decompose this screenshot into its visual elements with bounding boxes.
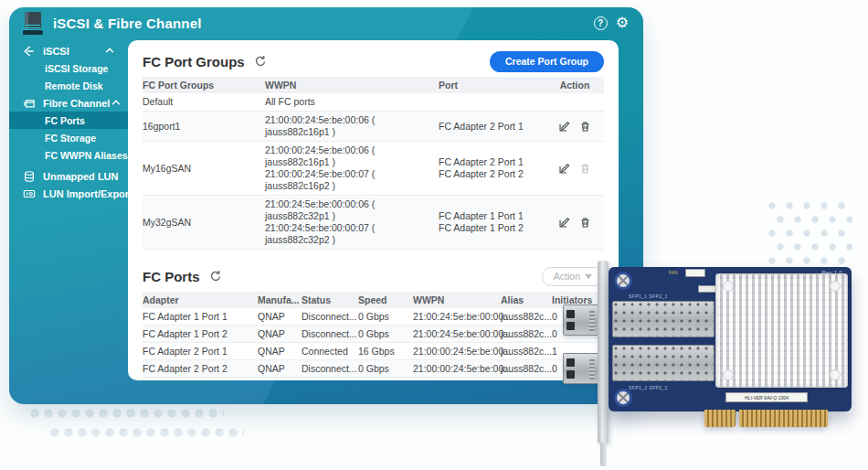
- pcie-gold-fingers: [704, 410, 736, 427]
- sidebar-item-iscsi[interactable]: iSCSI: [9, 42, 128, 59]
- port-groups-table-header: FC Port Groups WWPN Port Action: [143, 77, 604, 93]
- sfp-silkscreen-top: SFP1_1 SFP2_1: [629, 294, 668, 299]
- fc-ports-table: Adapter Manufa... Status Speed WWPN Alia…: [143, 292, 604, 378]
- sidebar-item-remote-disk[interactable]: Remote Disk: [9, 77, 128, 94]
- help-icon[interactable]: ?: [594, 16, 608, 30]
- port-groups-title: FC Port Groups: [143, 54, 245, 69]
- chevron-up-icon[interactable]: [110, 100, 122, 106]
- fan-silkscreen: FAN: [669, 270, 678, 275]
- sfp-cage: [612, 301, 715, 337]
- port-groups-table: FC Port Groups WWPN Port Action Default …: [143, 77, 604, 250]
- sfp-cage: [612, 345, 715, 381]
- fc-ports-table-header: Adapter Manufa... Status Speed WWPN Alia…: [143, 292, 604, 308]
- screenshot-canvas: iSCSI & Fibre Channel ? ⚙ iSCSI iSCSI St…: [0, 0, 868, 470]
- table-row[interactable]: FC Adapter 2 Port 1 QNAP Connected 16 Gb…: [143, 343, 604, 360]
- edit-icon[interactable]: [558, 217, 570, 229]
- sidebar-item-lun-import-export[interactable]: LUN Import/Export: [9, 185, 128, 202]
- unmapped-lun-icon: [23, 170, 36, 183]
- sidebar-item-fibre-channel[interactable]: Fibre Channel: [9, 94, 128, 112]
- table-row[interactable]: Default All FC ports: [143, 93, 604, 112]
- iscsi-icon: [23, 45, 36, 58]
- screw: [614, 272, 632, 290]
- gear-icon[interactable]: ⚙: [616, 16, 629, 30]
- serial-barcode-label: HLI-VER 9AV-Q 1904: [725, 392, 808, 402]
- fc-ports-header: FC Ports Action: [143, 261, 604, 292]
- table-row[interactable]: FC Adapter 1 Port 1 QNAP Disconnect... 0…: [143, 308, 604, 326]
- refresh-icon[interactable]: [209, 270, 222, 283]
- heatsink: [715, 273, 848, 388]
- table-row[interactable]: 16gport1 21:00:00:24:5e:be:00:06 ( jauss…: [143, 112, 604, 142]
- delete-icon[interactable]: [579, 121, 591, 133]
- screw: [614, 389, 632, 407]
- sidebar-item-fc-storage[interactable]: FC Storage: [9, 129, 128, 146]
- delete-icon-disabled: [579, 163, 591, 175]
- table-row[interactable]: My16gSAN 21:00:00:24:5e:be:00:06 ( jauss…: [143, 142, 604, 196]
- app-window: iSCSI & Fibre Channel ? ⚙ iSCSI iSCSI St…: [9, 7, 643, 404]
- table-row[interactable]: FC Adapter 1 Port 2 QNAP Disconnect... 0…: [143, 326, 604, 343]
- edit-icon[interactable]: [558, 121, 570, 133]
- lun-import-export-icon: [23, 187, 36, 200]
- sidebar-item-iscsi-storage[interactable]: iSCSI Storage: [9, 59, 128, 77]
- fibre-channel-icon: [23, 97, 36, 110]
- edit-icon[interactable]: [558, 163, 570, 175]
- refresh-icon[interactable]: [254, 55, 267, 68]
- pcb-board: Rev:1.0 FAN SFP1_1 SFP2_1 SFP1_2 SFP2_2 …: [609, 267, 852, 411]
- fibre-channel-card-image: Rev:1.0 FAN SFP1_1 SFP2_1 SFP1_2 SFP2_2 …: [563, 258, 868, 470]
- sidebar: iSCSI iSCSI Storage Remote Disk Fibre Ch…: [9, 42, 128, 404]
- fc-ports-title: FC Ports: [143, 269, 200, 284]
- nas-device-icon: [23, 12, 43, 35]
- sfp-transceiver: [563, 353, 599, 384]
- pcie-gold-fingers: [739, 410, 828, 427]
- port-groups-header: FC Port Groups Create Port Group: [143, 46, 604, 77]
- fan-connector: [685, 269, 705, 277]
- table-row[interactable]: My32gSAN 21:00:24:5e:be:00:00:06 ( jauss…: [143, 196, 604, 250]
- content-panel: FC Port Groups Create Port Group FC Port…: [128, 40, 619, 380]
- page-title: iSCSI & Fibre Channel: [53, 16, 202, 31]
- pci-bracket-tail: [600, 443, 607, 466]
- pci-bracket: [598, 261, 609, 443]
- create-port-group-button[interactable]: Create Port Group: [490, 51, 604, 72]
- title-bar: iSCSI & Fibre Channel ? ⚙: [9, 7, 643, 38]
- decorative-dots-bottom-left-row2: [50, 428, 244, 438]
- sidebar-item-fc-wwpn-aliases[interactable]: FC WWPN Aliases: [9, 146, 128, 164]
- sfp-transceiver: [563, 304, 599, 336]
- sidebar-item-fc-ports[interactable]: FC Ports: [9, 112, 128, 129]
- table-row[interactable]: FC Adapter 2 Port 2 QNAP Disconnect... 0…: [143, 360, 604, 378]
- decorative-dots-bottom-left-row1: [30, 409, 224, 419]
- sidebar-item-unmapped-lun[interactable]: Unmapped LUN: [9, 167, 128, 185]
- chevron-up-icon[interactable]: [103, 48, 116, 54]
- delete-icon[interactable]: [579, 217, 591, 229]
- sfp-silkscreen-bottom: SFP1_2 SFP2_2: [629, 385, 668, 390]
